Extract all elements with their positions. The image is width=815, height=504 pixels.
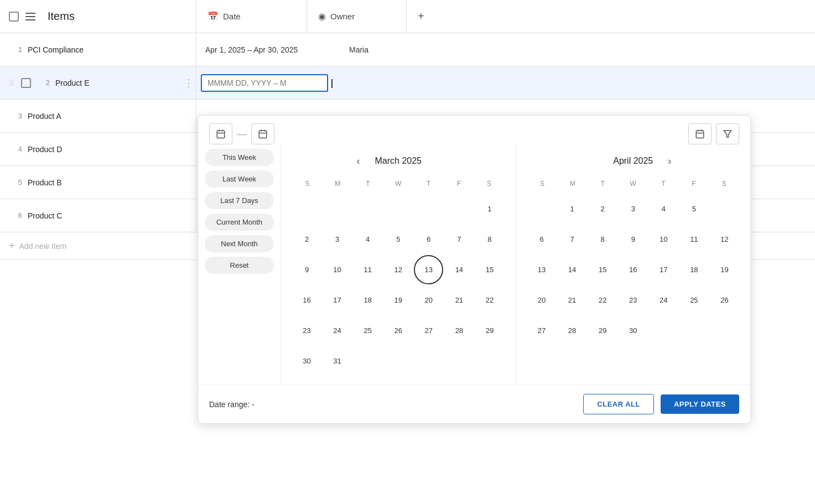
calendar-day[interactable]: 12 <box>710 225 739 254</box>
end-date-calendar-btn[interactable] <box>251 123 274 144</box>
calendar-day <box>383 194 413 224</box>
calendar-day[interactable]: 8 <box>475 225 504 254</box>
calendar-day[interactable]: 7 <box>444 225 474 254</box>
calendar-day[interactable]: 22 <box>475 285 504 315</box>
row-number: 1 <box>9 45 22 54</box>
calendar-day[interactable]: 9 <box>619 225 648 254</box>
calendar-day[interactable]: 23 <box>292 316 321 345</box>
calendar-day[interactable]: 18 <box>679 255 709 284</box>
clear-all-button[interactable]: CLEAR ALL <box>583 394 654 414</box>
last-week-btn[interactable]: Last Week <box>205 170 274 188</box>
calendar-day[interactable]: 11 <box>679 225 709 254</box>
calendar-day[interactable]: 17 <box>649 255 678 284</box>
calendar-day[interactable]: 20 <box>527 285 557 315</box>
calendar-day[interactable]: 10 <box>323 255 352 284</box>
calendar-day[interactable]: 19 <box>710 255 739 284</box>
apply-dates-button[interactable]: APPLY DATES <box>661 394 739 414</box>
owner-column-header[interactable]: ◉ Owner <box>307 0 407 33</box>
calendar-day[interactable]: 13 <box>527 255 557 284</box>
calendar-day[interactable]: 15 <box>588 255 617 284</box>
calendar-day[interactable]: 28 <box>444 316 474 345</box>
calendar-day[interactable]: 8 <box>588 225 617 254</box>
calendar-day[interactable]: 22 <box>588 285 617 315</box>
calendar-day[interactable]: 18 <box>353 285 382 315</box>
calendar-day[interactable]: 1 <box>475 194 504 224</box>
calendar-day[interactable]: 23 <box>619 285 648 315</box>
date-column-header[interactable]: 📅 Date <box>196 0 307 33</box>
row-number: 6 <box>9 211 22 220</box>
calendar-day[interactable]: 26 <box>383 316 413 345</box>
add-column-button[interactable]: + <box>407 0 435 33</box>
calendar-day[interactable]: 31 <box>323 346 352 376</box>
next-month-btn[interactable]: › <box>662 153 677 169</box>
calendar-day[interactable]: 11 <box>353 255 382 284</box>
calendar-day[interactable]: 20 <box>414 285 443 315</box>
header-checkbox[interactable] <box>9 12 19 22</box>
start-date-calendar-btn[interactable] <box>209 123 232 144</box>
calendar-day[interactable]: 27 <box>414 316 443 345</box>
calendar-day[interactable]: 25 <box>679 285 709 315</box>
calendar-day <box>292 194 321 224</box>
calendar-day[interactable]: 4 <box>649 194 678 224</box>
calendar-day[interactable]: 16 <box>292 285 321 315</box>
calendar-day[interactable]: 30 <box>292 346 321 376</box>
row-menu-icon[interactable]: ⋮ <box>181 75 196 91</box>
march-weekdays: S M T W T F S <box>292 178 505 190</box>
calendar-day[interactable]: 21 <box>558 285 587 315</box>
calendar-day[interactable]: 29 <box>475 316 504 345</box>
filter-icon-btn[interactable] <box>716 123 739 144</box>
last-7-days-btn[interactable]: Last 7 Days <box>205 192 274 209</box>
calendar-day[interactable]: 14 <box>444 255 474 284</box>
calendar-day[interactable]: 2 <box>292 225 321 254</box>
calendar-day[interactable]: 27 <box>527 316 557 345</box>
calendar-day[interactable]: 12 <box>383 255 413 284</box>
date-range-input[interactable] <box>201 74 328 92</box>
calendar-day[interactable]: 6 <box>527 225 557 254</box>
row-left-4: 4 Product D <box>0 133 196 165</box>
april-days: 1234567891011121314151617181920212223242… <box>527 194 740 345</box>
calendar-day[interactable]: 25 <box>353 316 382 345</box>
calendar-day[interactable]: 1 <box>558 194 587 224</box>
calendar-day[interactable]: 3 <box>619 194 648 224</box>
owner-label: Owner <box>330 12 355 21</box>
data-area: 1 PCI Compliance Apr 1, 2025 – Apr 30, 2… <box>0 33 815 504</box>
prev-month-btn[interactable]: ‹ <box>351 153 366 169</box>
calendar-day[interactable]: 7 <box>558 225 587 254</box>
row-date: Apr 1, 2025 – Apr 30, 2025 <box>196 45 340 54</box>
calendar-day[interactable]: 17 <box>323 285 352 315</box>
april-header: ‹ April 2025 › <box>527 153 740 169</box>
menu-icon[interactable] <box>25 13 35 20</box>
row-number: 2 <box>37 79 50 87</box>
row-checkbox[interactable] <box>21 78 31 88</box>
calendar-view-btn[interactable] <box>688 123 712 144</box>
calendar-day[interactable]: 2 <box>588 194 617 224</box>
calendar-day[interactable]: 4 <box>353 225 382 254</box>
calendar-day[interactable]: 6 <box>414 225 443 254</box>
date-input-cell <box>196 74 340 92</box>
calendar-day[interactable]: 24 <box>323 316 352 345</box>
reset-btn[interactable]: Reset <box>205 257 274 274</box>
calendar-day[interactable]: 29 <box>588 316 617 345</box>
calendar-day[interactable]: 24 <box>649 285 678 315</box>
april-weekdays: S M T W T F S <box>527 178 740 190</box>
current-month-btn[interactable]: Current Month <box>205 214 274 231</box>
drag-handle-icon[interactable]: ⠿ <box>9 79 14 87</box>
calendar-day[interactable]: 14 <box>558 255 587 284</box>
calendar-day[interactable]: 26 <box>710 285 739 315</box>
next-month-btn[interactable]: Next Month <box>205 235 274 252</box>
calendar-day[interactable]: 13 <box>414 255 443 284</box>
calendar-day[interactable]: 28 <box>558 316 587 345</box>
calendar-day[interactable]: 15 <box>475 255 504 284</box>
calendar-day <box>444 194 474 224</box>
this-week-btn[interactable]: This Week <box>205 149 274 166</box>
calendar-day[interactable]: 21 <box>444 285 474 315</box>
calendar-day[interactable]: 9 <box>292 255 321 284</box>
calendar-day[interactable]: 19 <box>383 285 413 315</box>
calendar-day[interactable]: 5 <box>383 225 413 254</box>
table-row: 1 PCI Compliance Apr 1, 2025 – Apr 30, 2… <box>0 33 815 66</box>
calendar-day[interactable]: 16 <box>619 255 648 284</box>
calendar-day[interactable]: 3 <box>323 225 352 254</box>
calendar-day[interactable]: 30 <box>619 316 648 345</box>
calendar-day[interactable]: 10 <box>649 225 678 254</box>
calendar-day[interactable]: 5 <box>679 194 709 224</box>
